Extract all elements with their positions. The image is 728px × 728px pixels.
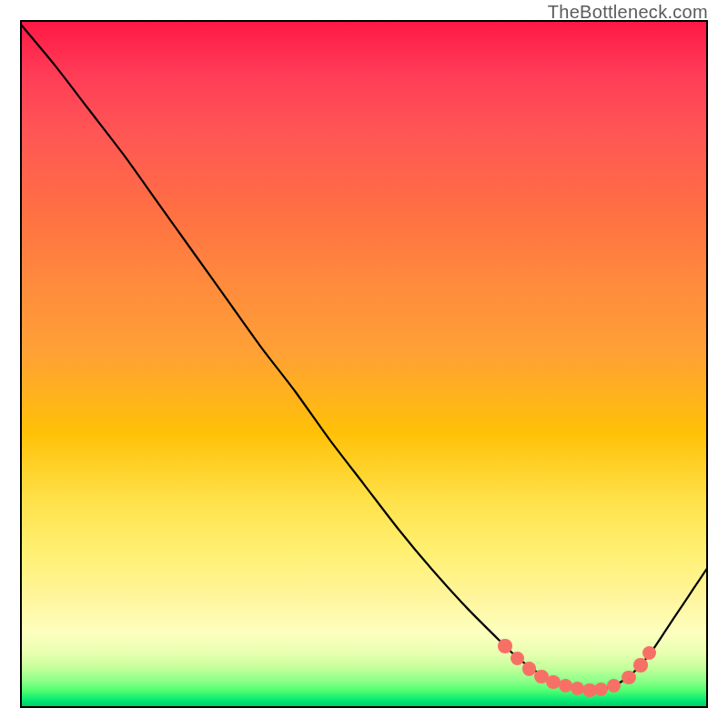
highlight-dot (633, 658, 647, 672)
highlight-dot (511, 652, 524, 665)
dots-layer (20, 20, 708, 708)
highlight-dot (546, 675, 560, 689)
highlight-dot (559, 679, 572, 693)
chart-stage: TheBottleneck.com (0, 0, 728, 728)
highlight-dot (607, 679, 621, 693)
highlight-dot (582, 683, 596, 697)
highlight-dot (522, 662, 536, 675)
highlight-dot (622, 671, 635, 684)
highlight-dot (571, 682, 584, 695)
plot-area (20, 20, 708, 708)
highlight-dot (642, 646, 656, 660)
highlight-dot (594, 682, 608, 696)
highlight-dot (498, 639, 511, 652)
highlight-dot (534, 670, 548, 683)
